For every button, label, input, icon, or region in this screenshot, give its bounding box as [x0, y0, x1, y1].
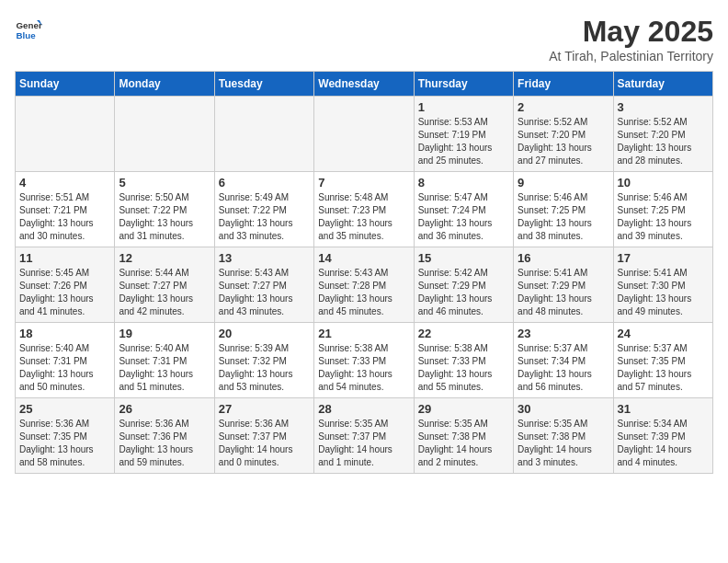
day-info: Sunrise: 5:46 AM Sunset: 7:25 PM Dayligh…: [518, 191, 609, 243]
day-cell: 30Sunrise: 5:35 AM Sunset: 7:38 PM Dayli…: [514, 398, 613, 474]
day-number: 26: [119, 402, 210, 416]
day-info: Sunrise: 5:38 AM Sunset: 7:33 PM Dayligh…: [418, 342, 509, 394]
week-row-1: 1Sunrise: 5:53 AM Sunset: 7:19 PM Daylig…: [16, 97, 713, 172]
day-info: Sunrise: 5:48 AM Sunset: 7:23 PM Dayligh…: [318, 191, 409, 243]
day-info: Sunrise: 5:37 AM Sunset: 7:34 PM Dayligh…: [518, 342, 609, 394]
day-cell: [115, 97, 214, 172]
day-info: Sunrise: 5:50 AM Sunset: 7:22 PM Dayligh…: [119, 191, 210, 243]
day-number: 31: [618, 402, 709, 416]
day-cell: 20Sunrise: 5:39 AM Sunset: 7:32 PM Dayli…: [214, 323, 313, 398]
day-cell: 16Sunrise: 5:41 AM Sunset: 7:29 PM Dayli…: [514, 247, 613, 323]
day-cell: 13Sunrise: 5:43 AM Sunset: 7:27 PM Dayli…: [214, 247, 313, 323]
day-number: 27: [219, 402, 310, 416]
day-info: Sunrise: 5:47 AM Sunset: 7:24 PM Dayligh…: [418, 191, 509, 243]
day-info: Sunrise: 5:35 AM Sunset: 7:37 PM Dayligh…: [318, 418, 409, 469]
day-cell: 8Sunrise: 5:47 AM Sunset: 7:24 PM Daylig…: [414, 172, 513, 247]
week-row-3: 11Sunrise: 5:45 AM Sunset: 7:26 PM Dayli…: [16, 247, 713, 323]
day-number: 12: [119, 251, 210, 265]
day-info: Sunrise: 5:43 AM Sunset: 7:28 PM Dayligh…: [318, 267, 409, 318]
col-header-thursday: Thursday: [414, 72, 513, 97]
day-cell: 19Sunrise: 5:40 AM Sunset: 7:31 PM Dayli…: [115, 323, 214, 398]
day-number: 3: [618, 100, 709, 114]
day-info: Sunrise: 5:41 AM Sunset: 7:29 PM Dayligh…: [518, 267, 609, 318]
day-cell: 22Sunrise: 5:38 AM Sunset: 7:33 PM Dayli…: [414, 323, 513, 398]
day-info: Sunrise: 5:36 AM Sunset: 7:35 PM Dayligh…: [19, 418, 110, 469]
day-cell: 31Sunrise: 5:34 AM Sunset: 7:39 PM Dayli…: [613, 398, 712, 474]
header-row: SundayMondayTuesdayWednesdayThursdayFrid…: [16, 72, 713, 97]
day-cell: 18Sunrise: 5:40 AM Sunset: 7:31 PM Dayli…: [16, 323, 115, 398]
day-number: 30: [518, 402, 609, 416]
day-number: 8: [418, 176, 509, 190]
day-info: Sunrise: 5:49 AM Sunset: 7:22 PM Dayligh…: [219, 191, 310, 243]
day-cell: 11Sunrise: 5:45 AM Sunset: 7:26 PM Dayli…: [16, 247, 115, 323]
col-header-friday: Friday: [514, 72, 613, 97]
day-cell: 29Sunrise: 5:35 AM Sunset: 7:38 PM Dayli…: [414, 398, 513, 474]
day-cell: 27Sunrise: 5:36 AM Sunset: 7:37 PM Dayli…: [214, 398, 313, 474]
col-header-monday: Monday: [115, 72, 214, 97]
calendar-table: SundayMondayTuesdayWednesdayThursdayFrid…: [15, 71, 713, 474]
day-info: Sunrise: 5:39 AM Sunset: 7:32 PM Dayligh…: [219, 342, 310, 394]
day-number: 13: [219, 251, 310, 265]
day-number: 23: [518, 327, 609, 340]
day-info: Sunrise: 5:41 AM Sunset: 7:30 PM Dayligh…: [618, 267, 709, 318]
day-info: Sunrise: 5:52 AM Sunset: 7:20 PM Dayligh…: [618, 116, 709, 167]
day-cell: [16, 97, 115, 172]
day-info: Sunrise: 5:38 AM Sunset: 7:33 PM Dayligh…: [318, 342, 409, 394]
day-number: 1: [418, 100, 509, 114]
col-header-saturday: Saturday: [613, 72, 712, 97]
day-number: 10: [618, 176, 709, 190]
day-cell: 28Sunrise: 5:35 AM Sunset: 7:37 PM Dayli…: [314, 398, 414, 474]
week-row-4: 18Sunrise: 5:40 AM Sunset: 7:31 PM Dayli…: [16, 323, 713, 398]
day-info: Sunrise: 5:34 AM Sunset: 7:39 PM Dayligh…: [618, 418, 709, 469]
day-cell: 17Sunrise: 5:41 AM Sunset: 7:30 PM Dayli…: [613, 247, 712, 323]
day-number: 6: [219, 176, 310, 190]
day-info: Sunrise: 5:36 AM Sunset: 7:36 PM Dayligh…: [119, 418, 210, 469]
day-cell: 15Sunrise: 5:42 AM Sunset: 7:29 PM Dayli…: [414, 247, 513, 323]
col-header-tuesday: Tuesday: [214, 72, 313, 97]
day-info: Sunrise: 5:36 AM Sunset: 7:37 PM Dayligh…: [219, 418, 310, 469]
day-cell: [214, 97, 313, 172]
day-number: 11: [19, 251, 110, 265]
day-info: Sunrise: 5:45 AM Sunset: 7:26 PM Dayligh…: [19, 267, 110, 318]
day-number: 21: [318, 327, 409, 340]
day-cell: 2Sunrise: 5:52 AM Sunset: 7:20 PM Daylig…: [514, 97, 613, 172]
day-number: 2: [518, 100, 609, 114]
day-number: 22: [418, 327, 509, 340]
day-info: Sunrise: 5:46 AM Sunset: 7:25 PM Dayligh…: [618, 191, 709, 243]
day-number: 17: [618, 251, 709, 265]
logo: General Blue: [15, 15, 42, 42]
day-cell: 24Sunrise: 5:37 AM Sunset: 7:35 PM Dayli…: [613, 323, 712, 398]
day-cell: 4Sunrise: 5:51 AM Sunset: 7:21 PM Daylig…: [16, 172, 115, 247]
day-info: Sunrise: 5:43 AM Sunset: 7:27 PM Dayligh…: [219, 267, 310, 318]
day-cell: 25Sunrise: 5:36 AM Sunset: 7:35 PM Dayli…: [16, 398, 115, 474]
col-header-sunday: Sunday: [16, 72, 115, 97]
day-cell: 1Sunrise: 5:53 AM Sunset: 7:19 PM Daylig…: [414, 97, 513, 172]
page-header: General Blue May 2025 At Tirah, Palestin…: [15, 15, 713, 63]
day-info: Sunrise: 5:42 AM Sunset: 7:29 PM Dayligh…: [418, 267, 509, 318]
day-info: Sunrise: 5:52 AM Sunset: 7:20 PM Dayligh…: [518, 116, 609, 167]
week-row-2: 4Sunrise: 5:51 AM Sunset: 7:21 PM Daylig…: [16, 172, 713, 247]
day-number: 16: [518, 251, 609, 265]
day-cell: 26Sunrise: 5:36 AM Sunset: 7:36 PM Dayli…: [115, 398, 214, 474]
day-number: 24: [618, 327, 709, 340]
day-number: 28: [318, 402, 409, 416]
day-cell: 9Sunrise: 5:46 AM Sunset: 7:25 PM Daylig…: [514, 172, 613, 247]
col-header-wednesday: Wednesday: [314, 72, 414, 97]
day-info: Sunrise: 5:37 AM Sunset: 7:35 PM Dayligh…: [618, 342, 709, 394]
day-number: 19: [119, 327, 210, 340]
day-number: 4: [19, 176, 110, 190]
day-cell: 12Sunrise: 5:44 AM Sunset: 7:27 PM Dayli…: [115, 247, 214, 323]
day-info: Sunrise: 5:53 AM Sunset: 7:19 PM Dayligh…: [418, 116, 509, 167]
day-cell: [314, 97, 414, 172]
day-number: 29: [418, 402, 509, 416]
day-cell: 14Sunrise: 5:43 AM Sunset: 7:28 PM Dayli…: [314, 247, 414, 323]
day-cell: 6Sunrise: 5:49 AM Sunset: 7:22 PM Daylig…: [214, 172, 313, 247]
day-info: Sunrise: 5:40 AM Sunset: 7:31 PM Dayligh…: [119, 342, 210, 394]
day-number: 15: [418, 251, 509, 265]
title-section: May 2025 At Tirah, Palestinian Territory: [549, 15, 713, 63]
day-info: Sunrise: 5:35 AM Sunset: 7:38 PM Dayligh…: [518, 418, 609, 469]
day-number: 9: [518, 176, 609, 190]
day-info: Sunrise: 5:51 AM Sunset: 7:21 PM Dayligh…: [19, 191, 110, 243]
day-cell: 10Sunrise: 5:46 AM Sunset: 7:25 PM Dayli…: [613, 172, 712, 247]
week-row-5: 25Sunrise: 5:36 AM Sunset: 7:35 PM Dayli…: [16, 398, 713, 474]
